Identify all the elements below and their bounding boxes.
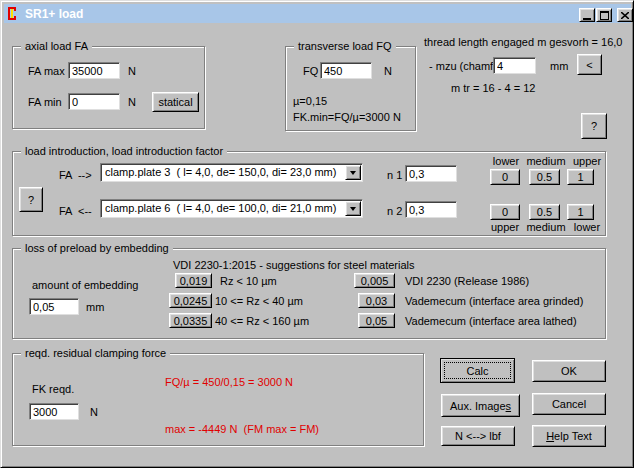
fq-unit: N [384, 65, 392, 78]
n2-medium-button[interactable]: 0.5 [529, 204, 560, 220]
transverse-load-group: transverse load FQ FQ N µ=0,15 FK.min=FQ… [285, 46, 416, 131]
maximize-button[interactable] [596, 8, 612, 22]
n2-label: n 2 [387, 205, 402, 218]
titlebar[interactable]: SR1+ load [4, 4, 631, 23]
load-introduction-help-button[interactable]: ? [19, 187, 43, 212]
minimize-icon [583, 18, 591, 20]
fa-max-input[interactable] [68, 62, 120, 79]
window-title: SR1+ load [25, 7, 83, 21]
n1-upper-button[interactable]: 1 [567, 169, 594, 185]
thread-length-text: thread length engaged m gesvorh = 16,0 [424, 36, 622, 49]
fa-min-input[interactable] [68, 93, 120, 110]
clamp-plate-2-dropdown-button[interactable] [345, 201, 361, 216]
bottom-label-upper: upper [488, 221, 522, 234]
vademecum-grinded-label: Vademecum (interface area grinded) [405, 295, 583, 308]
statical-button[interactable]: statical [152, 92, 199, 112]
n2-input[interactable] [405, 201, 457, 218]
fk-reqd-label: FK reqd. [32, 383, 74, 396]
axial-load-group-label: axial load FA [21, 40, 92, 53]
vdi1986-value-button[interactable]: 0,005 [354, 273, 395, 288]
app-icon [6, 6, 21, 21]
mzu-unit: mm [550, 60, 568, 73]
maximize-icon [600, 11, 609, 20]
clamp-plate-1-dropdown[interactable]: clamp.plate 3 ( l= 4,0, de= 150,0, di= 2… [100, 163, 363, 182]
vademecum-grinded-value-button[interactable]: 0,03 [358, 293, 395, 308]
rz10-label: Rz < 10 µm [220, 275, 277, 288]
rz160-label: 40 <= Rz < 160 µm [215, 315, 309, 328]
amount-of-embedding-unit: mm [86, 301, 104, 314]
n1-lower-button[interactable]: 0 [490, 169, 520, 185]
n2-lower-button[interactable]: 1 [567, 204, 594, 220]
fk-reqd-input[interactable] [29, 403, 79, 420]
vdi-suggestions-header: VDI 2230-1:2015 - suggestions for steel … [173, 259, 415, 272]
help-text-button[interactable]: Help Text [532, 425, 606, 447]
fa-max-label: FA max [28, 65, 65, 78]
rz10-value-button[interactable]: 0,019 [175, 273, 212, 288]
n2-upper-button[interactable]: 0 [490, 204, 520, 220]
transverse-load-group-label: transverse load FQ [294, 40, 396, 53]
fa-backward-label: FA <-- [59, 205, 92, 218]
ok-button[interactable]: OK [532, 360, 606, 382]
cancel-button[interactable]: Cancel [532, 393, 606, 415]
clamp-plate-2-value: clamp.plate 6 ( l= 4,0, de= 100,0, di= 2… [105, 202, 344, 215]
amount-of-embedding-input[interactable] [29, 298, 79, 315]
thread-help-button[interactable]: ? [581, 113, 607, 139]
fq-mu-result-text: FQ/µ = 450/0,15 = 3000 N [165, 376, 293, 389]
vademecum-lathed-value-button[interactable]: 0,05 [358, 313, 395, 328]
rz160-value-button[interactable]: 0,0335 [169, 313, 212, 328]
clamp-plate-1-value: clamp.plate 3 ( l= 4,0, de= 150,0, di= 2… [105, 166, 344, 179]
close-button[interactable] [617, 8, 633, 22]
fa-max-unit: N [128, 65, 136, 78]
focus-rectangle [444, 362, 511, 379]
aux-images-accelerator: s [506, 400, 512, 412]
fq-label: FQ [303, 65, 318, 78]
load-introduction-group-label: load introduction, load introduction fac… [21, 145, 227, 158]
mzu-decrease-button[interactable]: < [577, 54, 602, 75]
help-text-label: elp Text [554, 430, 592, 442]
vademecum-lathed-label: Vademecum (interface area lathed) [405, 315, 577, 328]
clamp-plate-2-dropdown[interactable]: clamp.plate 6 ( l= 4,0, de= 100,0, di= 2… [100, 199, 363, 218]
rz40-value-button[interactable]: 0,0245 [169, 293, 212, 308]
fa-forward-label: FA --> [59, 169, 92, 182]
aux-images-button[interactable]: Aux. Images [441, 394, 520, 417]
bottom-label-medium: medium [524, 221, 568, 234]
chevron-down-icon [350, 207, 356, 214]
clamp-plate-1-dropdown-button[interactable] [345, 165, 361, 180]
clamping-force-group-label: reqd. residual clamping force [21, 347, 170, 360]
clamping-force-group: reqd. residual clamping force FK reqd. N… [12, 353, 424, 446]
embedding-group: loss of preload by embedding VDI 2230-1:… [12, 248, 606, 339]
close-icon [621, 12, 629, 19]
max-result-text: max = -4449 N (FM max = FM) [165, 423, 319, 436]
top-label-medium: medium [524, 155, 568, 168]
aux-images-label: Aux. Image [450, 400, 506, 412]
vdi1986-label: VDI 2230 (Release 1986) [405, 275, 529, 288]
rz40-label: 10 <= Rz < 40 µm [215, 295, 303, 308]
embedding-group-label: loss of preload by embedding [21, 242, 173, 255]
chevron-down-icon [350, 171, 356, 178]
bottom-label-lower: lower [568, 221, 606, 234]
minimize-button[interactable] [579, 8, 595, 22]
top-label-upper: upper [568, 155, 606, 168]
dialog-window: SR1+ load axial load FA FA max N FA min … [0, 0, 634, 468]
n1-medium-button[interactable]: 0.5 [529, 169, 560, 185]
n1-input[interactable] [405, 165, 457, 182]
fa-min-label: FA min [28, 96, 62, 109]
amount-of-embedding-label: amount of embedding [32, 279, 138, 292]
fa-min-unit: N [128, 96, 136, 109]
n-lbf-toggle-button[interactable]: N <--> lbf [441, 426, 515, 446]
load-introduction-group: load introduction, load introduction fac… [12, 151, 606, 236]
axial-load-group: axial load FA FA max N FA min N statical [12, 46, 205, 129]
mzu-input[interactable] [493, 57, 536, 74]
fkmin-text: FK.min=FQ/µ=3000 N [293, 111, 401, 124]
fq-input[interactable] [320, 62, 372, 79]
calc-button[interactable]: Calc [440, 358, 515, 383]
help-text-accelerator: H [546, 430, 554, 442]
top-label-lower: lower [490, 155, 522, 168]
mtr-text: m tr = 16 - 4 = 12 [451, 82, 535, 95]
mu-text: µ=0,15 [293, 95, 327, 108]
fk-reqd-unit: N [90, 406, 98, 419]
n1-label: n 1 [387, 169, 402, 182]
